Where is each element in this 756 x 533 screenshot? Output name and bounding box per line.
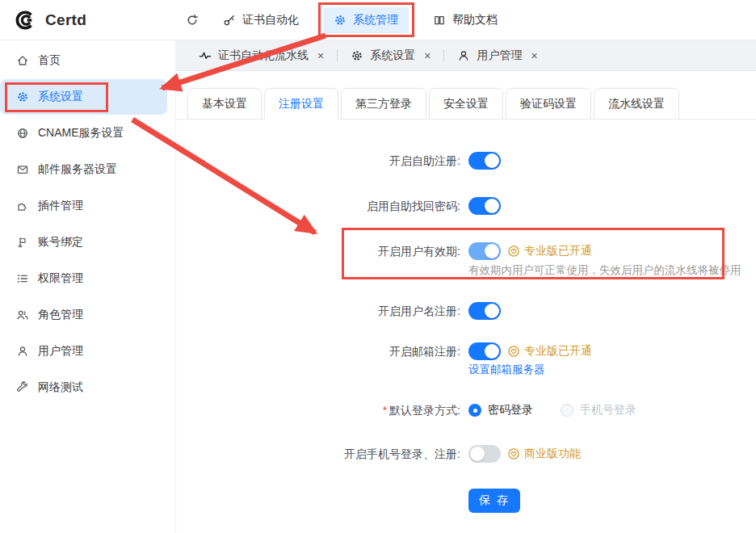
required-asterisk: *: [383, 404, 387, 417]
gear-icon: [16, 90, 29, 103]
app-header: Certd 证书自动化 系统管理: [0, 0, 756, 40]
sidebar-item-label: 首页: [38, 53, 61, 68]
badge-label: 商业版功能: [524, 447, 581, 461]
field-label: 开启手机号登录、注册:: [176, 445, 467, 463]
form-row-phone-login: 开启手机号登录、注册: 商业版功能: [176, 445, 756, 463]
form-row-self-register: 开启自助注册:: [176, 152, 756, 170]
form-row-username-register: 开启用户名注册:: [176, 302, 756, 320]
tab-pipeline-settings[interactable]: 流水线设置: [594, 88, 679, 120]
sidebar-item-label: 网络测试: [38, 380, 83, 395]
nav-label: 证书自动化: [242, 13, 299, 27]
tab-basic-settings[interactable]: 基本设置: [187, 88, 262, 120]
nav-label: 系统管理: [353, 13, 398, 27]
radio-disabled-icon: [561, 404, 573, 417]
field-label: 开启邮箱注册:: [176, 342, 467, 360]
sidebar-item-label: 邮件服务器设置: [38, 162, 117, 177]
tab-captcha-settings[interactable]: 验证码设置: [506, 88, 591, 120]
sidebar-item-home[interactable]: 首页: [0, 43, 167, 78]
form-row-password-recovery: 启用自助找回密码:: [176, 197, 756, 215]
field-label: 开启用户名注册:: [176, 302, 467, 320]
open-tab-users[interactable]: 用户管理 ×: [444, 40, 550, 70]
radio-checked-icon[interactable]: [468, 404, 481, 417]
nav-help-docs[interactable]: 帮助文档: [433, 13, 498, 27]
pro-version-badge: 专业版已开通: [507, 344, 592, 359]
sidebar-item-label: 插件管理: [38, 199, 83, 213]
wrench-icon: [16, 381, 29, 394]
gear-icon: [351, 49, 363, 62]
radio-password-login[interactable]: 密码登录: [468, 403, 533, 418]
sidebar-item-label: 用户管理: [38, 344, 83, 359]
sidebar-item-label: 角色管理: [38, 308, 83, 322]
sidebar-item-permissions[interactable]: 权限管理: [0, 261, 167, 296]
form-row-default-login: *默认登录方式: 密码登录 手机号登录: [176, 401, 756, 419]
globe-icon: [16, 127, 29, 140]
home-icon: [16, 54, 29, 67]
settings-tabs: 基本设置 注册设置 第三方登录 安全设置 验证码设置 流水线设置: [176, 71, 756, 120]
flag-icon: [16, 236, 29, 249]
vip-badge-icon: [507, 245, 520, 258]
username-register-toggle[interactable]: [468, 302, 501, 320]
mail-icon: [16, 163, 29, 176]
vip-badge-icon: [507, 447, 520, 460]
register-settings-form: 开启自助注册: 启用自助找回密码: 开启用户有效期:: [176, 120, 756, 513]
sidebar-item-label: 权限管理: [38, 271, 83, 286]
sidebar-item-roles[interactable]: 角色管理: [0, 297, 167, 333]
certd-logo-icon: [14, 9, 36, 31]
phone-login-toggle[interactable]: [468, 445, 501, 463]
open-tab-pipeline[interactable]: 证书自动化流水线 ×: [186, 40, 337, 70]
open-tab-label: 证书自动化流水线: [218, 48, 309, 63]
sidebar-item-label: CNAME服务设置: [38, 126, 124, 141]
sidebar-item-mail-server[interactable]: 邮件服务器设置: [0, 152, 167, 187]
vip-badge-icon: [507, 345, 520, 358]
open-tab-label: 系统设置: [370, 48, 415, 63]
user-validity-helper: 有效期内用户可正常使用，失效后用户的流水线将被停用: [468, 262, 756, 278]
self-register-toggle[interactable]: [468, 152, 501, 170]
radio-phone-login[interactable]: 手机号登录: [561, 403, 636, 418]
certd-admin-screen: Certd 证书自动化 系统管理: [0, 0, 756, 533]
sidebar: 首页 系统设置 CNAME服务设置 邮件服务器设置: [0, 40, 176, 533]
nav-system-management[interactable]: 系统管理: [323, 7, 409, 33]
top-nav: 证书自动化 系统管理 帮助文档: [186, 7, 498, 33]
setup-mail-server-link[interactable]: 设置邮箱服务器: [468, 362, 545, 377]
tab-third-party-login[interactable]: 第三方登录: [341, 88, 426, 120]
nav-cert-automation[interactable]: 证书自动化: [223, 13, 299, 27]
puzzle-icon: [16, 199, 29, 212]
nav-label: 帮助文档: [452, 13, 498, 27]
refresh-icon: [186, 14, 199, 27]
close-icon[interactable]: ×: [317, 50, 324, 61]
pro-version-badge: 专业版已开通: [507, 244, 592, 258]
close-icon[interactable]: ×: [424, 50, 430, 61]
close-icon[interactable]: ×: [531, 50, 537, 61]
password-recovery-toggle[interactable]: [468, 197, 501, 215]
logo[interactable]: Certd: [0, 9, 176, 31]
open-tab-label: 用户管理: [477, 48, 522, 63]
book-icon: [433, 14, 446, 27]
gear-icon: [334, 14, 346, 27]
tab-register-settings[interactable]: 注册设置: [264, 88, 338, 120]
open-tabs-strip: 证书自动化流水线 × 系统设置 × 用户管理 ×: [176, 40, 756, 71]
sidebar-item-plugins[interactable]: 插件管理: [0, 188, 167, 224]
sidebar-item-label: 账号绑定: [38, 235, 83, 250]
sidebar-item-system-settings[interactable]: 系统设置: [0, 79, 167, 115]
tab-security-settings[interactable]: 安全设置: [429, 88, 503, 120]
main-content: 基本设置 注册设置 第三方登录 安全设置 验证码设置 流水线设置 开启自助注册:…: [176, 71, 756, 533]
form-row-user-validity: 开启用户有效期: 专业版已开通 有效期内用户可正常使用，失效后用户的流水线将被停…: [176, 242, 756, 278]
field-label: 开启用户有效期:: [176, 242, 467, 260]
save-button[interactable]: 保 存: [468, 489, 520, 513]
field-label: *默认登录方式:: [176, 401, 467, 419]
user-icon: [16, 345, 29, 358]
email-register-toggle[interactable]: [468, 342, 501, 360]
field-label: 开启自助注册:: [176, 152, 467, 170]
key-icon: [223, 14, 236, 27]
sidebar-item-network-test[interactable]: 网络测试: [0, 370, 167, 405]
sidebar-item-account-binding[interactable]: 账号绑定: [0, 225, 167, 260]
open-tab-system-settings[interactable]: 系统设置 ×: [338, 40, 443, 70]
badge-label: 专业版已开通: [524, 344, 592, 359]
sidebar-item-label: 系统设置: [38, 90, 83, 104]
sidebar-item-users[interactable]: 用户管理: [0, 334, 167, 369]
list-icon: [16, 272, 29, 285]
sidebar-item-cname-settings[interactable]: CNAME服务设置: [0, 115, 167, 151]
badge-label: 专业版已开通: [524, 244, 592, 258]
user-validity-toggle[interactable]: [468, 242, 501, 260]
refresh-button[interactable]: [186, 14, 199, 27]
